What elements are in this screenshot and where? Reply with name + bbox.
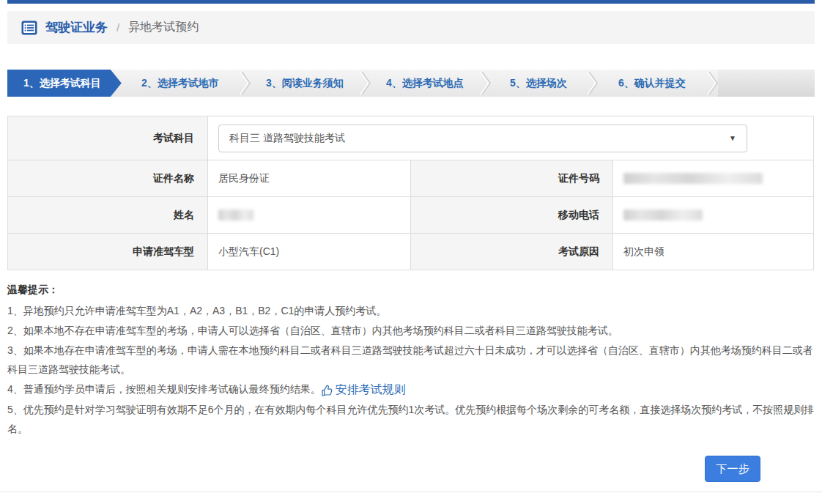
next-step-button[interactable]: 下一步 xyxy=(705,456,760,482)
page-title: 异地考试预约 xyxy=(128,20,199,35)
vehicle-type-value: 小型汽车(C1) xyxy=(208,234,411,270)
phone-label: 移动电话 xyxy=(411,197,613,234)
tip-item-5: 5、优先预约是针对学习驾驶证明有效期不足6个月的，在有效期内每个科目允许优先预约… xyxy=(7,400,815,438)
tip-item-2: 2、如果本地不存在申请准驾车型的考场，申请人可以选择省（自治区、直辖市）内其他考… xyxy=(7,321,815,340)
table-row: 证件名称 居民身份证 证件号码 xyxy=(8,160,814,197)
tab-step-1[interactable]: 1、选择考试科目 xyxy=(7,70,122,97)
breadcrumb-section: 驾驶证业务 xyxy=(45,19,108,36)
name-label: 姓名 xyxy=(8,197,208,234)
chevron-separator-icon xyxy=(479,70,491,97)
tab-step-2: 2、选择考试地市 xyxy=(122,70,239,97)
footer-divider xyxy=(0,492,822,492)
step-tabs: 1、选择考试科目 2、选择考试地市 3、阅读业务须知 4、选择考试地点 5、选择… xyxy=(7,70,815,97)
tab-step-5: 5、选择场次 xyxy=(491,70,586,97)
exam-rules-link-text: 安排考试规则 xyxy=(336,380,406,399)
tips-section: 温馨提示： 1、异地预约只允许申请准驾车型为A1，A2，A3，B1，B2，C1的… xyxy=(7,284,815,438)
exam-subject-selected-value: 科目三 道路驾驶技能考试 xyxy=(229,132,345,145)
exam-subject-label: 考试科目 xyxy=(8,116,208,160)
chevron-down-icon: ▼ xyxy=(729,134,736,142)
tips-heading: 温馨提示： xyxy=(7,284,815,297)
chevron-separator-icon xyxy=(586,70,598,97)
tip-item-1: 1、异地预约只允许申请准驾车型为A1，A2，A3，B1，B2，C1的申请人预约考… xyxy=(7,301,815,320)
vehicle-type-label: 申请准驾车型 xyxy=(8,234,208,270)
id-number-redacted-value xyxy=(623,173,763,184)
step-tabs-filler xyxy=(718,70,815,97)
list-icon xyxy=(21,20,38,36)
tip-item-3: 3、如果本地存在申请准驾车型的考场，申请人需在本地预约科目二或者科目三道路驾驶技… xyxy=(7,341,815,379)
tab-step-6: 6、确认并提交 xyxy=(598,70,706,97)
exam-rules-link[interactable]: 安排考试规则 xyxy=(321,380,406,399)
phone-redacted-value xyxy=(623,210,703,220)
id-number-label: 证件号码 xyxy=(411,160,613,197)
chevron-separator-icon xyxy=(239,70,251,97)
id-type-label: 证件名称 xyxy=(8,160,208,197)
id-type-value: 居民身份证 xyxy=(208,160,411,197)
tab-step-3: 3、阅读业务须知 xyxy=(251,70,359,97)
table-row: 考试科目 科目三 道路驾驶技能考试 ▼ xyxy=(8,116,814,160)
exam-reason-label: 考试原因 xyxy=(411,234,613,270)
top-accent-line xyxy=(7,0,815,4)
tip-item-4-text: 4、普通预约学员申请后，按照相关规则安排考试确认最终预约结果。 xyxy=(7,383,321,395)
chevron-separator-icon xyxy=(706,70,718,97)
table-row: 姓名 移动电话 xyxy=(8,197,814,234)
table-row: 申请准驾车型 小型汽车(C1) 考试原因 初次申领 xyxy=(8,234,814,270)
breadcrumb-separator: / xyxy=(116,21,119,34)
chevron-separator-icon xyxy=(359,70,371,97)
thumb-up-icon xyxy=(321,385,333,397)
exam-reason-value: 初次申领 xyxy=(613,234,814,270)
exam-subject-select[interactable]: 科目三 道路驾驶技能考试 ▼ xyxy=(218,125,747,152)
applicant-info-table: 考试科目 科目三 道路驾驶技能考试 ▼ 证件名称 居民身份证 证件号码 姓名 移… xyxy=(7,116,814,270)
tab-step-4: 4、选择考试地点 xyxy=(371,70,479,97)
breadcrumb: 驾驶证业务 / 异地考试预约 xyxy=(7,11,815,44)
name-redacted-value xyxy=(218,210,253,220)
tip-item-4: 4、普通预约学员申请后，按照相关规则安排考试确认最终预约结果。安排考试规则 xyxy=(7,379,815,399)
